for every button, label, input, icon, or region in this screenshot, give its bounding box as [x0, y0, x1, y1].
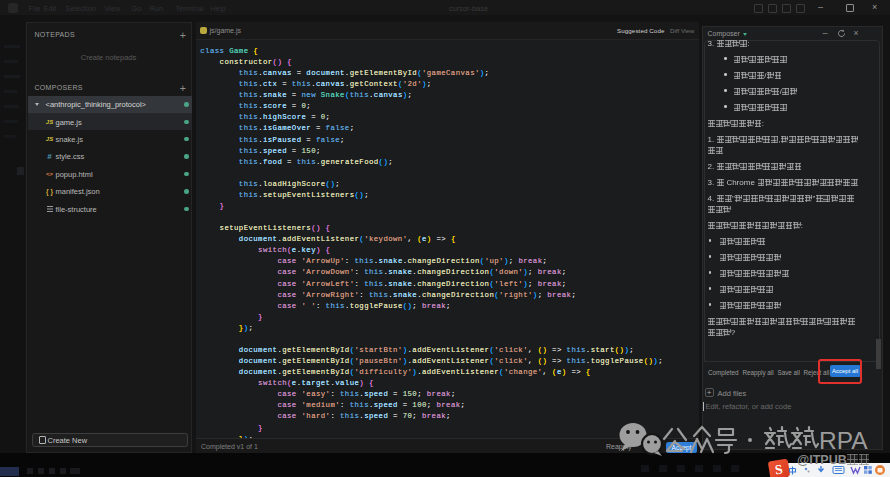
- svg-text:RPA: RPA: [819, 427, 868, 454]
